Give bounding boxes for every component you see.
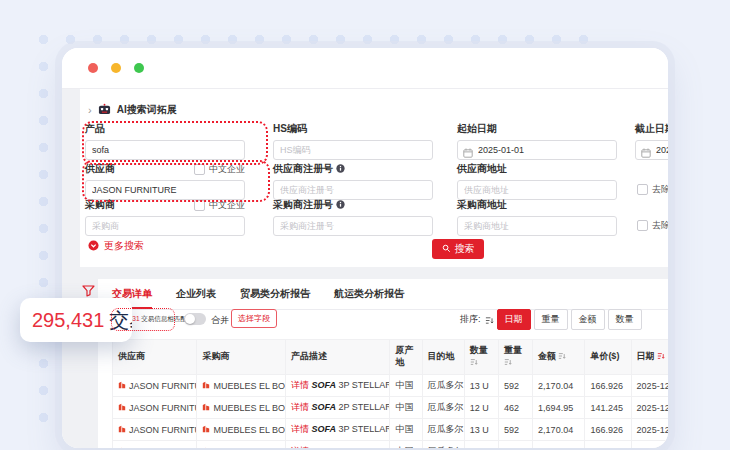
buyer-chinese-label: 中文企业: [209, 199, 245, 212]
table-row: JASON FURNITURE MUEBLES EL BOSQUE S.A 详情…: [113, 397, 669, 419]
column-header[interactable]: 数量: [464, 340, 498, 375]
buyer-reg-label: 采购商注册号: [273, 198, 333, 212]
company-icon: [202, 403, 210, 413]
sort-chip[interactable]: 数量: [608, 309, 642, 330]
sort-icon: [558, 352, 566, 364]
buyer-address-label: 采购商地址: [457, 198, 507, 212]
table-row: JASON FURNITURE MUEBLES EL BOSQUE S.A 详情…: [113, 441, 669, 449]
select-fields-button[interactable]: 选择字段: [231, 309, 277, 328]
hs-code-input[interactable]: [273, 140, 433, 160]
search-button-label: 搜索: [455, 242, 475, 256]
buyer-field: 采购商 中文企业: [85, 199, 245, 236]
sort-chip[interactable]: 重量: [534, 309, 568, 330]
supplier-reg-input[interactable]: [273, 180, 433, 200]
calendar-icon: [463, 144, 473, 162]
product-cell[interactable]: 详情 SOFA 3P STELLAR MUE...: [285, 419, 390, 441]
product-input[interactable]: [85, 140, 245, 160]
buyer-reg-input[interactable]: [273, 216, 433, 236]
merge-toggle[interactable]: [184, 313, 206, 325]
ai-expand-label: AI搜索词拓展: [117, 103, 177, 117]
ai-expand-row[interactable]: › AI搜索词拓展: [88, 101, 177, 119]
column-header[interactable]: 产品描述: [285, 340, 390, 375]
tab[interactable]: 航运类分析报告: [334, 287, 404, 309]
maximize-window-icon[interactable]: [134, 63, 144, 73]
supplier-chinese-checkbox[interactable]: [194, 164, 205, 175]
more-search-toggle[interactable]: 更多搜索: [88, 239, 144, 253]
supplier-input[interactable]: [85, 180, 245, 200]
weight-cell: 462: [498, 397, 532, 419]
company-icon: [118, 381, 126, 391]
tab[interactable]: 贸易类分析报告: [240, 287, 310, 309]
product-cell[interactable]: 详情 SOFA 2P STELLAR MUE...: [285, 397, 390, 419]
buyer-address-input[interactable]: [457, 216, 617, 236]
destination-cell: 厄瓜多尔: [422, 375, 464, 397]
supplier-cell[interactable]: JASON FURNITURE: [113, 441, 197, 449]
date-cell: 2025-12-01: [631, 397, 668, 419]
buyer-cell[interactable]: MUEBLES EL BOSQUE S.A: [197, 397, 285, 419]
supplier-cell[interactable]: JASON FURNITURE: [113, 375, 197, 397]
supplier-cell[interactable]: JASON FURNITURE: [113, 397, 197, 419]
product-cell[interactable]: 详情 SOFA 3P STELLAR MUE...: [285, 375, 390, 397]
transactions-table: 供应商 采购商 产品描述 原产地 目的地 数量: [112, 339, 668, 448]
column-header[interactable]: 采购商: [197, 340, 285, 375]
sort-chip[interactable]: 金额: [571, 309, 605, 330]
close-window-icon[interactable]: [88, 63, 98, 73]
end-date-input[interactable]: [635, 140, 668, 160]
page-background: › AI搜索词拓展 产品 HS编码 起始日期: [62, 89, 668, 448]
origin-cell: 中国: [390, 441, 422, 449]
buyer-strip-checkbox[interactable]: [637, 220, 648, 231]
column-header[interactable]: 目的地: [422, 340, 464, 375]
search-form-panel: › AI搜索词拓展 产品 HS编码 起始日期: [80, 89, 668, 267]
product-cell[interactable]: 详情 SOFA 2P STELLAR MUE...: [285, 441, 390, 449]
column-header[interactable]: 供应商: [113, 340, 197, 375]
buyer-strip-logistics[interactable]: 去除物: [637, 219, 668, 232]
start-date-input[interactable]: [457, 140, 617, 160]
supplier-strip-logistics[interactable]: 去除物: [637, 183, 668, 196]
buyer-chinese-checkbox[interactable]: [194, 200, 205, 211]
sort-chip[interactable]: 日期: [497, 309, 531, 330]
unit-price-cell: 141.245: [585, 397, 631, 419]
start-date-field: 起始日期: [457, 123, 617, 160]
sort-bar: 排序: 日期 重量 金额 数量: [460, 309, 642, 330]
supplier-label: 供应商: [85, 162, 115, 176]
product-label: 产品: [85, 122, 105, 136]
supplier-reg-field: 供应商注册号: [273, 163, 433, 200]
buyer-cell[interactable]: MUEBLES EL BOSQUE S.A: [197, 441, 285, 449]
minimize-window-icon[interactable]: [111, 63, 121, 73]
table-row: JASON FURNITURE MUEBLES EL BOSQUE S.A 详情…: [113, 375, 669, 397]
supplier-strip-checkbox[interactable]: [637, 184, 648, 195]
amount-cell: 1,694.95: [533, 441, 585, 449]
company-icon: [202, 425, 210, 435]
column-header[interactable]: 金额: [533, 340, 585, 375]
buyer-strip-label: 去除物: [652, 219, 668, 232]
supplier-strip-label: 去除物: [652, 183, 668, 196]
sort-icon: [504, 358, 527, 370]
column-header[interactable]: 单价($): [585, 340, 631, 375]
ai-robot-icon: [98, 101, 111, 119]
weight-cell: 592: [498, 375, 532, 397]
buyer-cell[interactable]: MUEBLES EL BOSQUE S.A: [197, 419, 285, 441]
supplier-cell[interactable]: JASON FURNITURE: [113, 419, 197, 441]
buyer-input[interactable]: [85, 216, 245, 236]
product-field: 产品: [85, 123, 245, 160]
merge-label: 合并: [211, 314, 229, 327]
tab[interactable]: 企业列表: [176, 287, 216, 309]
detail-link[interactable]: 详情: [291, 402, 309, 412]
info-icon: [336, 164, 345, 175]
detail-link[interactable]: 详情: [291, 424, 309, 434]
column-header[interactable]: 日期: [631, 340, 668, 375]
supplier-address-input[interactable]: [457, 180, 617, 200]
weight-cell: 592: [498, 419, 532, 441]
column-header[interactable]: 原产地: [390, 340, 422, 375]
end-date-label: 截止日期: [635, 122, 668, 136]
desktop-background: › AI搜索词拓展 产品 HS编码 起始日期: [0, 0, 730, 450]
detail-link[interactable]: 详情: [291, 380, 309, 390]
search-button[interactable]: 搜索: [432, 239, 484, 259]
supplier-field: 供应商 中文企业: [85, 163, 245, 200]
detail-link[interactable]: 详情: [291, 446, 309, 448]
column-header[interactable]: 重量: [498, 340, 532, 375]
sort-icon: [470, 358, 493, 370]
hs-code-label: HS编码: [273, 122, 307, 136]
buyer-cell[interactable]: MUEBLES EL BOSQUE S.A: [197, 375, 285, 397]
sort-order-icon[interactable]: [485, 311, 494, 329]
